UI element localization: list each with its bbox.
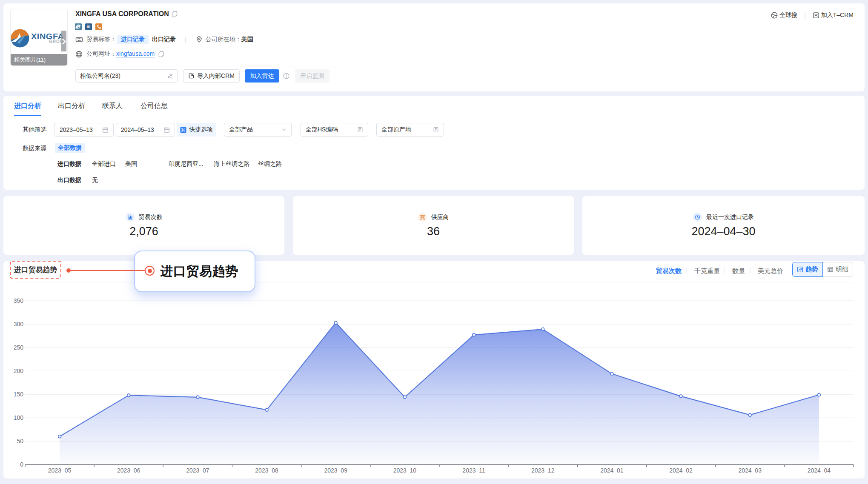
svg-text:300: 300 [14,321,24,327]
svg-text:2023–10: 2023–10 [393,467,417,474]
svg-text:50: 50 [17,438,23,444]
svg-text:350: 350 [14,297,24,304]
svg-text:2023–11: 2023–11 [462,467,485,474]
svg-text:2023–09: 2023–09 [324,467,347,474]
svg-text:2024–01: 2024–01 [600,467,624,474]
svg-text:0: 0 [20,461,23,468]
svg-text:100: 100 [14,414,24,421]
svg-text:200: 200 [14,367,24,374]
svg-text:250: 250 [14,344,24,351]
svg-text:2024–03: 2024–03 [738,467,762,474]
svg-text:2024–04: 2024–04 [808,467,831,474]
svg-text:150: 150 [14,391,24,398]
svg-text:2023–05: 2023–05 [48,467,72,474]
svg-text:2023–06: 2023–06 [117,467,140,474]
svg-text:2024–02: 2024–02 [669,467,693,474]
svg-text:2023–07: 2023–07 [186,467,209,474]
svg-text:2023–12: 2023–12 [531,467,555,474]
svg-text:2023–08: 2023–08 [255,467,278,474]
